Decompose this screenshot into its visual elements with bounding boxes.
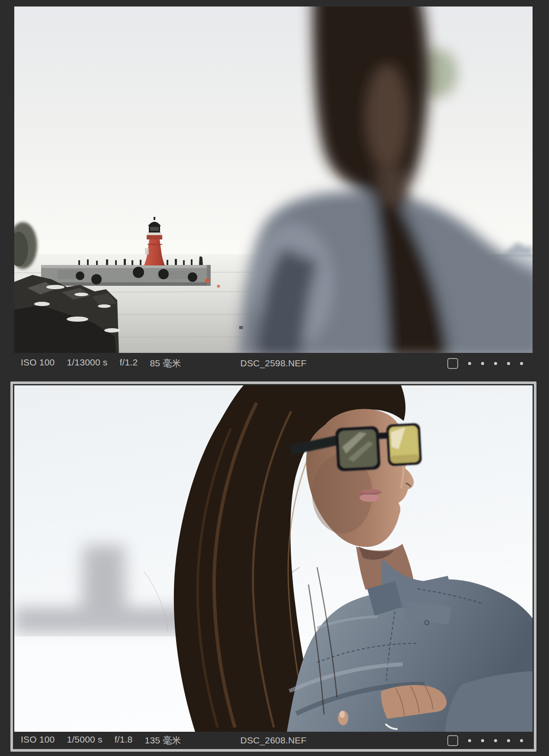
rating-dots — [468, 739, 523, 742]
shutter-speed-value: 1/5000 s — [67, 734, 102, 746]
focal-length-value: 135 毫米 — [145, 734, 181, 746]
photo-thumbnail-2[interactable] — [14, 385, 533, 732]
focal-length-value: 85 毫米 — [150, 357, 181, 369]
rating-dot[interactable] — [494, 739, 497, 742]
iso-value: ISO 100 — [21, 357, 55, 369]
select-checkbox[interactable] — [447, 735, 458, 746]
photo-1-canvas — [14, 6, 533, 353]
photo-thumbnail-1[interactable] — [14, 6, 533, 353]
aperture-value: f/1.8 — [115, 734, 133, 746]
aperture-value: f/1.2 — [120, 357, 138, 369]
lower-lip — [360, 494, 379, 502]
photo-cell-1: ISO 100 1/13000 s f/1.2 85 毫米 DSC_2598.N… — [14, 6, 533, 374]
select-checkbox[interactable] — [447, 358, 458, 369]
rating-dot[interactable] — [520, 739, 523, 742]
rating-dot[interactable] — [468, 362, 471, 365]
rating-dot[interactable] — [507, 739, 510, 742]
rating-dot[interactable] — [494, 362, 497, 365]
photo-2-canvas — [14, 385, 533, 732]
rating-dot[interactable] — [481, 739, 484, 742]
shutter-speed-value: 1/13000 s — [67, 357, 107, 369]
rating-dots — [468, 362, 523, 365]
rating-dot[interactable] — [507, 362, 510, 365]
rating-dot[interactable] — [520, 362, 523, 365]
metadata-bar-2: ISO 100 1/5000 s f/1.8 135 毫米 DSC_2608.N… — [14, 732, 533, 749]
metadata-bar-1: ISO 100 1/13000 s f/1.2 85 毫米 DSC_2598.N… — [14, 353, 533, 374]
rating-dot[interactable] — [481, 362, 484, 365]
photo-cell-2-selected: ISO 100 1/5000 s f/1.8 135 毫米 DSC_2608.N… — [10, 381, 536, 752]
iso-value: ISO 100 — [21, 734, 55, 746]
thumbnail-nail — [340, 711, 345, 718]
rating-dot[interactable] — [468, 739, 471, 742]
